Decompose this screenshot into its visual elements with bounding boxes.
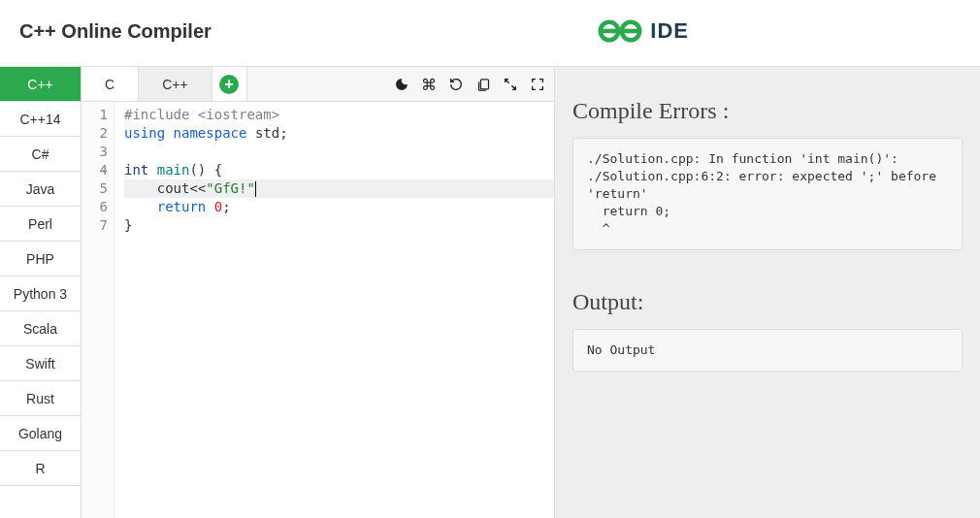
lang-item-perl[interactable]: Perl	[0, 207, 81, 242]
tab-bar: C C++ + ⌘	[82, 67, 554, 102]
code-line: return 0;	[124, 198, 554, 216]
lang-item-rust[interactable]: Rust	[0, 381, 81, 416]
output-pane: Compile Errors : ./Solution.cpp: In func…	[555, 67, 980, 518]
text-cursor	[255, 181, 256, 197]
code-line: int main() {	[124, 161, 554, 179]
output-box: No Output	[572, 329, 963, 372]
code-line	[124, 143, 554, 161]
svg-rect-4	[480, 79, 488, 88]
code-lines[interactable]: #include <iostream> using namespace std;…	[114, 102, 554, 518]
output-title: Output:	[572, 289, 963, 315]
plus-icon: +	[219, 75, 239, 94]
code-line: cout<<"GfG!"	[124, 179, 554, 198]
code-line: }	[124, 216, 554, 235]
lang-item-python3[interactable]: Python 3	[0, 276, 81, 311]
compile-errors-title: Compile Errors :	[572, 98, 963, 124]
fold-caret-icon: ▾	[98, 162, 108, 180]
lang-item-cpp14[interactable]: C++14	[0, 102, 81, 137]
compile-errors-box: ./Solution.cpp: In function 'int main()'…	[572, 138, 963, 250]
lang-item-csharp[interactable]: C#	[0, 137, 81, 172]
lang-item-r[interactable]: R	[0, 451, 81, 486]
gfg-logo-icon	[598, 17, 642, 45]
page-title: C++ Online Compiler	[19, 20, 212, 43]
reset-icon[interactable]	[447, 76, 465, 93]
header: C++ Online Compiler IDE	[0, 0, 980, 66]
language-sidebar: C++ C++14 C# Java Perl PHP Python 3 Scal…	[0, 67, 82, 518]
code-line: #include <iostream>	[124, 106, 554, 124]
logo[interactable]: IDE	[598, 17, 689, 45]
copy-icon[interactable]	[474, 76, 492, 93]
line-number: 7	[82, 216, 108, 235]
line-number: 1	[82, 106, 108, 124]
line-number: 2	[82, 124, 108, 143]
tab-c[interactable]: C	[82, 67, 139, 101]
lang-item-php[interactable]: PHP	[0, 242, 81, 276]
line-number: 5	[82, 179, 108, 198]
lang-item-java[interactable]: Java	[0, 172, 81, 207]
lang-item-swift[interactable]: Swift	[0, 346, 81, 381]
workspace: C++ C++14 C# Java Perl PHP Python 3 Scal…	[0, 66, 980, 518]
fullscreen-icon[interactable]	[529, 76, 546, 93]
lang-item-scala[interactable]: Scala	[0, 311, 81, 346]
line-number: 3	[82, 143, 108, 161]
lang-item-cpp[interactable]: C++	[0, 67, 81, 102]
line-gutter: 1 2 3 4▾ 5 6 7	[82, 102, 114, 518]
lang-item-golang[interactable]: Golang	[0, 416, 81, 451]
line-number: 6	[82, 198, 108, 216]
line-number: 4▾	[82, 161, 108, 179]
code-editor[interactable]: 1 2 3 4▾ 5 6 7 #include <iostream> using…	[82, 102, 554, 518]
logo-text: IDE	[650, 18, 689, 44]
editor-toolbar: ⌘	[393, 67, 546, 102]
add-tab-button[interactable]: +	[212, 67, 247, 101]
dark-mode-icon[interactable]	[393, 76, 410, 93]
editor-pane: C C++ + ⌘	[82, 67, 555, 518]
code-line: using namespace std;	[124, 124, 554, 143]
tab-cpp[interactable]: C++	[139, 67, 212, 101]
keyboard-shortcuts-icon[interactable]: ⌘	[420, 76, 438, 93]
expand-icon[interactable]	[502, 76, 519, 93]
